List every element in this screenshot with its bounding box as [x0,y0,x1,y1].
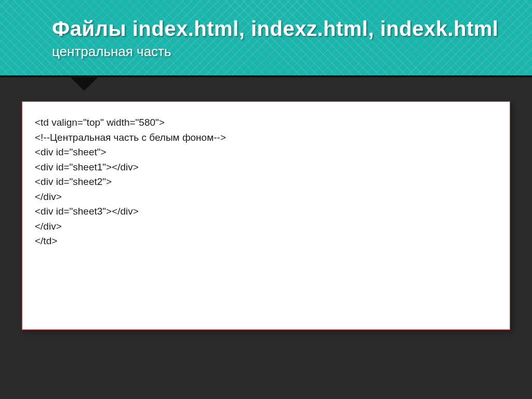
code-box: <td valign="top" width="580"> <!--Центра… [22,101,510,330]
code-line: <td valign="top" width="580"> [35,115,497,130]
slide-subtitle: центральная часть [52,44,532,60]
code-line: </div> [35,190,497,205]
code-line: </td> [35,234,497,249]
slide-header: Файлы index.html, indexz.html, indexk.ht… [0,0,532,77]
content-area: <td valign="top" width="580"> <!--Центра… [0,77,532,330]
code-line: <div id="sheet2"> [35,175,497,190]
code-line: </div> [35,219,497,234]
code-line: <div id="sheet3"></div> [35,204,497,219]
code-line: <!--Центральная часть с белым фоном--> [35,130,497,145]
slide-title: Файлы index.html, indexz.html, indexk.ht… [52,17,532,41]
code-line: <div id="sheet"> [35,145,497,160]
header-notch [69,75,100,91]
code-line: <div id="sheet1"></div> [35,160,497,175]
